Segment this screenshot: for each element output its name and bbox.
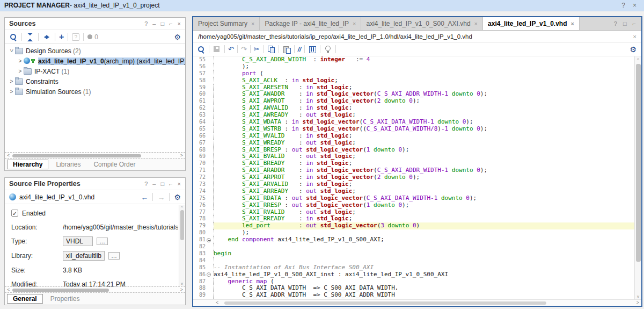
tab-hierarchy[interactable]: Hierarchy [7,160,48,169]
close-icon[interactable]: × [633,2,636,9]
tab-compile-order[interactable]: Compile Order [88,160,141,169]
ellipsis-button[interactable]: … [97,238,108,245]
scroll-right-icon[interactable]: > [636,300,639,306]
lightbulb-icon[interactable] [324,45,332,54]
code-line[interactable]: 82 [193,243,634,250]
float-icon[interactable]: ⌐ [169,20,172,27]
code-line[interactable]: 60 S_AXI_AWADDR : in std_logic_vector(C_… [193,91,634,98]
code-line[interactable]: 73 S_AXI_ARVALID : in std_logic; [193,181,634,188]
code-line[interactable]: 83begin [193,250,634,257]
close-icon[interactable]: × [474,20,478,27]
property-field[interactable]: VHDL [63,236,93,246]
message-count-badge[interactable]: 0 [87,33,98,41]
expand-all-icon[interactable] [42,33,51,41]
redo-icon[interactable]: ↷ [241,46,247,53]
code-line[interactable]: 84 [193,257,634,264]
back-arrow-icon[interactable]: ← [141,193,148,201]
gear-icon[interactable]: ⚙ [630,46,636,53]
close-icon[interactable]: × [178,20,181,27]
scrollbar-thumb[interactable] [12,154,141,157]
scroll-up-icon[interactable]: ^ [179,205,185,210]
code-line[interactable]: 57 port ( [193,70,634,77]
editor-tab[interactable]: axi4_lite_led_IP_v1_0_S00_AXI.vhd× [361,17,483,30]
code-line[interactable]: 77 S_AXI_RVALID : out std_logic; [193,209,634,216]
checkbox-icon[interactable]: ✓ [11,210,18,217]
code-line[interactable]: 68 S_AXI_BRESP : out std_logic_vector(1 … [193,147,634,154]
help-box-icon[interactable]: ? [72,33,79,41]
tree-item[interactable]: >Simulation Sources (1) [5,87,185,97]
code-line[interactable]: 88 C_S_AXI_DATA_WIDTH => C_S00_AXI_DATA_… [193,285,634,292]
paste-icon[interactable] [282,45,291,54]
expander-icon[interactable]: > [9,47,14,54]
scroll-left-icon[interactable]: < [7,287,10,293]
code-line[interactable]: 61 S_AXI_AWPROT : in std_logic_vector(2 … [193,98,634,105]
properties-vscrollbar[interactable]: ^ v [179,205,185,286]
tab-general[interactable]: General [7,294,43,304]
scroll-up-icon[interactable]: ^ [635,57,641,62]
fold-icon[interactable] [207,272,211,277]
scroll-left-icon[interactable]: < [7,153,10,159]
expander-icon[interactable]: > [8,78,15,84]
code-line[interactable]: 63 S_AXI_AWREADY : out std_logic; [193,112,634,119]
help-icon[interactable]: ? [621,2,625,9]
cut-icon[interactable]: ✂ [254,46,260,53]
maximize-icon[interactable]: □ [160,20,164,27]
code-line[interactable]: 66 S_AXI_WVALID : in std_logic; [193,133,634,140]
float-icon[interactable]: ⌐ [169,181,172,187]
code-line[interactable]: 56 ); [193,63,634,70]
code-line[interactable]: 67 S_AXI_WREADY : out std_logic; [193,140,634,147]
close-icon[interactable]: × [178,181,181,187]
editor-hscrollbar[interactable]: < > [193,299,641,306]
scrollbar-thumb[interactable] [224,301,546,305]
scroll-down-icon[interactable]: v [635,294,641,299]
collapse-all-icon[interactable] [26,33,34,41]
code-line[interactable]: 89 C_S_AXI_ADDR_WIDTH => C_S00_AXI_ADDR_… [193,292,634,299]
tab-properties[interactable]: Properties [45,294,85,303]
tab-libraries[interactable]: Libraries [50,160,86,169]
help-icon[interactable]: ? [614,20,617,27]
code-line[interactable]: 59 S_AXI_ARESETN : in std_logic; [193,84,634,91]
scroll-left-icon[interactable]: < [216,300,218,306]
scrollbar-thumb[interactable] [12,289,109,292]
tree-item[interactable]: >Constraints [5,76,185,87]
gear-icon[interactable]: ⚙ [174,33,181,41]
code-line[interactable]: 58 S_AXI_ACLK : in std_logic; [193,77,634,84]
copy-icon[interactable] [267,45,275,54]
save-icon[interactable] [213,45,221,54]
editor-tab[interactable]: axi4_lite_led_IP_v1_0.vhd× [483,17,580,30]
search-icon[interactable] [197,45,206,54]
code-line[interactable]: 71 S_AXI_ARADDR : in std_logic_vector(C_… [193,167,634,174]
code-line[interactable]: 72 S_AXI_ARPROT : in std_logic_vector(2 … [193,174,634,181]
scrollbar-thumb[interactable] [180,210,184,240]
minimize-icon[interactable]: – [152,181,156,187]
help-icon[interactable]: ? [144,20,148,27]
sources-hscrollbar[interactable]: < > [5,152,185,159]
expander-icon[interactable]: > [17,68,24,74]
maximize-icon[interactable]: □ [160,181,164,187]
code-line[interactable]: 87 generic map ( [193,278,634,285]
scroll-right-icon[interactable]: > [180,153,183,159]
scroll-down-icon[interactable]: v [179,281,185,286]
code-line[interactable]: 55 C_S_AXI_ADDR_WIDTH : integer := 4 [193,56,634,63]
code-line[interactable]: 65 S_AXI_WSTRB : in std_logic_vector((C_… [193,126,634,133]
code-line[interactable]: 78 S_AXI_RREADY : in std_logic; [193,215,634,222]
close-icon[interactable]: × [353,20,356,27]
fold-icon[interactable] [207,238,211,242]
float-icon[interactable]: ⌐ [633,20,636,27]
toggle-column-icon[interactable] [308,45,317,54]
code-line[interactable]: 74 S_AXI_ARREADY : out std_logic; [193,188,634,195]
expander-icon[interactable]: > [17,58,24,64]
scroll-right-icon[interactable]: > [180,287,183,293]
code-line[interactable]: 79 led_port : out std_logic_vector(3 dow… [193,222,634,229]
code-line[interactable]: 85-- Instantiation of Axi Bus Interface … [193,264,634,271]
editor-tab[interactable]: Package IP - axi4_lite_led_IP× [260,17,361,30]
code-line[interactable]: 62 S_AXI_AWVALID : in std_logic; [193,105,634,112]
ellipsis-button[interactable]: … [108,252,120,260]
expander-icon[interactable]: > [8,89,15,95]
maximize-icon[interactable]: □ [623,20,627,27]
gear-icon[interactable]: ⚙ [174,193,181,201]
properties-hscrollbar[interactable]: < > [5,286,185,293]
code-line[interactable]: 76 S_AXI_RRESP : out std_logic_vector(1 … [193,202,634,209]
code-line[interactable]: 81 end component axi4_lite_led_IP_v1_0_S… [193,236,634,243]
close-icon[interactable]: × [251,20,254,27]
